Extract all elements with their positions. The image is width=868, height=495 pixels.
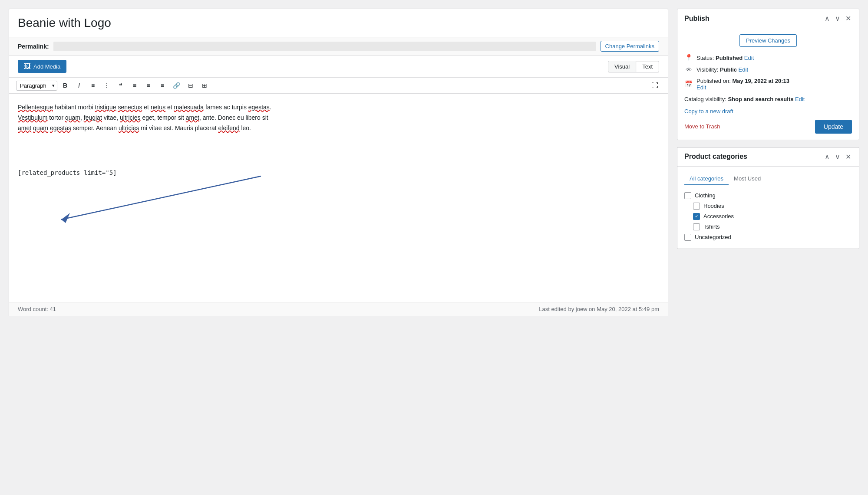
checkbox-accessories[interactable]: ✓ (693, 213, 700, 220)
blockquote-button[interactable]: ❝ (115, 81, 127, 90)
status-text: Status: Published Edit (696, 55, 852, 61)
squiggly-word-16: eleifend (218, 125, 239, 131)
add-media-button[interactable]: 🖼 Add Media (18, 60, 66, 73)
permalink-url-bar (53, 42, 596, 51)
tab-all-categories[interactable]: All categories (684, 173, 729, 185)
squiggly-word-3: senectus (118, 104, 142, 111)
publish-date-row: 📅 Published on: May 19, 2022 at 20:13 Ed… (684, 78, 852, 91)
ordered-list-button[interactable]: ⋮ (101, 81, 113, 90)
format-toolbar: Paragraph B I ≡ ⋮ ❝ ≡ ≡ ≡ 🔗 ⊟ ⊞ ⛶ (9, 78, 668, 94)
squiggly-word-15: ultricies (119, 125, 139, 131)
category-label-accessories: Accessories (703, 213, 734, 220)
categories-collapse-up-button[interactable]: ∧ (824, 153, 831, 161)
category-item-uncategorized: Uncategorized (684, 232, 852, 243)
categories-collapse-down-button[interactable]: ∨ (834, 153, 841, 161)
status-icon: 📍 (684, 54, 693, 62)
editor-content-area[interactable]: Pellentesque habitant morbi tristique se… (9, 94, 668, 302)
main-editor: Permalink: Change Permalinks 🖼 Add Media… (9, 9, 668, 316)
title-area (9, 9, 668, 37)
paragraph-select-wrapper: Paragraph (16, 81, 57, 91)
preview-changes-button[interactable]: Preview Changes (739, 34, 797, 47)
post-title-input[interactable] (18, 16, 659, 30)
category-item-accessories: ✓ Accessories (684, 211, 852, 222)
product-categories-header: Product categories ∧ ∨ ✕ (677, 148, 859, 167)
tab-visual[interactable]: Visual (608, 61, 636, 72)
align-left-button[interactable]: ≡ (129, 81, 141, 90)
squiggly-word-5: malesuada (174, 104, 204, 111)
product-categories-panel: Product categories ∧ ∨ ✕ All categories … (677, 147, 859, 249)
categories-tabs: All categories Most Used (684, 173, 852, 185)
permalink-area: Permalink: Change Permalinks (9, 37, 668, 56)
publish-panel-title: Publish (684, 15, 824, 23)
tab-most-used[interactable]: Most Used (729, 173, 766, 185)
publish-actions: Move to Trash Update (684, 120, 852, 134)
checkbox-hoodies[interactable] (693, 203, 700, 210)
category-item-hoodies: Hoodies (684, 201, 852, 211)
visual-text-tabs: Visual Text (608, 61, 659, 72)
categories-panel-controls: ∧ ∨ ✕ (824, 153, 852, 161)
horizontal-rule-button[interactable]: ⊟ (185, 81, 197, 90)
shortcode-text: [related_products limit="5] (18, 168, 659, 177)
category-list: Clothing Hoodies ✓ Accessories Tshirts (684, 190, 852, 243)
status-edit-link[interactable]: Edit (744, 55, 754, 61)
categories-close-button[interactable]: ✕ (845, 153, 852, 161)
visibility-edit-link[interactable]: Edit (739, 66, 748, 73)
category-item-clothing: Clothing (684, 190, 852, 201)
visibility-text: Visibility: Public Edit (696, 66, 852, 73)
catalog-edit-link[interactable]: Edit (795, 96, 805, 102)
squiggly-word-1: Pellentesque (18, 104, 53, 111)
catalog-visibility-row: Catalog visibility: Shop and search resu… (684, 95, 852, 104)
category-label-clothing: Clothing (695, 192, 716, 199)
change-permalinks-button[interactable]: Change Permalinks (601, 41, 659, 52)
italic-button[interactable]: I (73, 81, 85, 90)
unordered-list-button[interactable]: ≡ (87, 81, 99, 90)
move-trash-link[interactable]: Move to Trash (684, 123, 720, 130)
squiggly-word-8: quam (65, 114, 80, 121)
squiggly-word-14: egestas (50, 125, 71, 131)
category-label-hoodies: Hoodies (703, 203, 724, 209)
publish-panel-body: Preview Changes 📍 Status: Published Edit… (677, 28, 859, 140)
checkbox-tshirts[interactable] (693, 223, 700, 230)
add-media-icon: 🖼 (24, 62, 31, 70)
product-categories-title: Product categories (684, 153, 824, 161)
editor-text: Pellentesque habitant morbi tristique se… (18, 102, 659, 133)
svg-marker-1 (61, 213, 70, 223)
product-categories-body: All categories Most Used Clothing Hoodie… (677, 167, 859, 249)
category-label-uncategorized: Uncategorized (695, 234, 731, 240)
bold-button[interactable]: B (59, 81, 71, 90)
publish-panel-controls: ∧ ∨ ✕ (824, 14, 852, 23)
editor-footer: Word count: 41 Last edited by joew on Ma… (9, 302, 668, 316)
link-button[interactable]: 🔗 (170, 81, 183, 90)
table-button[interactable]: ⊞ (198, 81, 211, 90)
squiggly-word-13: quam (33, 125, 48, 131)
publish-panel: Publish ∧ ∨ ✕ Preview Changes 📍 Status: … (677, 9, 859, 140)
fullscreen-button[interactable]: ⛶ (649, 80, 661, 91)
tab-text[interactable]: Text (636, 61, 659, 72)
update-button[interactable]: Update (815, 120, 852, 134)
last-edited: Last edited by joew on May 20, 2022 at 5… (539, 306, 659, 312)
squiggly-word-11: amet (186, 114, 199, 121)
category-item-tshirts: Tshirts (684, 222, 852, 232)
align-right-button[interactable]: ≡ (156, 81, 168, 90)
published-edit-link[interactable]: Edit (696, 84, 706, 91)
sidebar: Publish ∧ ∨ ✕ Preview Changes 📍 Status: … (677, 9, 859, 316)
checkbox-clothing[interactable] (684, 192, 691, 199)
publish-visibility-row: 👁 Visibility: Public Edit (684, 66, 852, 73)
arrow-annotation (35, 172, 270, 228)
publish-panel-header: Publish ∧ ∨ ✕ (677, 9, 859, 28)
copy-draft-link[interactable]: Copy to a new draft (684, 108, 852, 115)
squiggly-word-2: tristique (95, 104, 116, 111)
squiggly-word-4: netus (151, 104, 165, 111)
squiggly-word-12: amet (18, 125, 31, 131)
publish-collapse-up-button[interactable]: ∧ (824, 14, 831, 23)
add-media-label: Add Media (33, 63, 60, 70)
visibility-icon: 👁 (684, 66, 693, 73)
squiggly-word-6: egestas (248, 104, 270, 111)
align-center-button[interactable]: ≡ (142, 81, 155, 90)
publish-collapse-down-button[interactable]: ∨ (834, 14, 841, 23)
calendar-icon: 📅 (684, 80, 693, 88)
paragraph-select[interactable]: Paragraph (16, 81, 57, 91)
publish-close-button[interactable]: ✕ (845, 14, 852, 23)
squiggly-word-9: feugiat (84, 114, 102, 121)
checkbox-uncategorized[interactable] (684, 234, 691, 241)
